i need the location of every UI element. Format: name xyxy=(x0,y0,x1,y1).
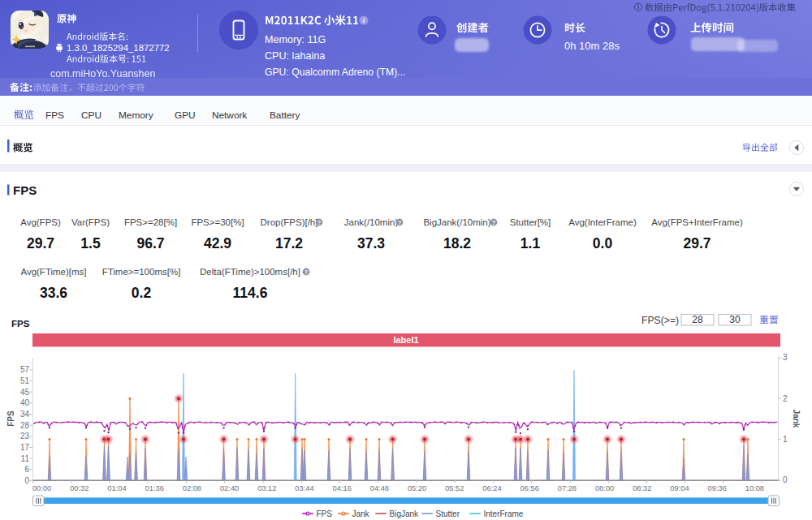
svg-text:06:56: 06:56 xyxy=(520,484,539,492)
svg-text:03:12: 03:12 xyxy=(257,484,276,492)
svg-text:01:36: 01:36 xyxy=(145,484,164,492)
svg-text:Battery: Battery xyxy=(270,110,300,121)
svg-text:0: 0 xyxy=(24,476,29,485)
svg-text:57: 57 xyxy=(20,365,30,374)
svg-text:45: 45 xyxy=(20,388,30,397)
svg-text:Memory: Memory xyxy=(119,110,153,121)
svg-text:29.7: 29.7 xyxy=(27,235,54,251)
svg-text:CPU: lahaina: CPU: lahaina xyxy=(265,50,325,62)
svg-text:Delta(FTime)>100ms[/h]: Delta(FTime)>100ms[/h] xyxy=(200,267,300,277)
svg-text:Stutter[%]: Stutter[%] xyxy=(510,217,551,227)
svg-text:FPS(>=): FPS(>=) xyxy=(641,315,679,326)
svg-text:04:16: 04:16 xyxy=(333,484,352,492)
svg-text:96.7: 96.7 xyxy=(136,235,164,251)
svg-text:0.2: 0.2 xyxy=(132,285,152,301)
svg-text:23: 23 xyxy=(20,432,30,440)
svg-text:FPS: FPS xyxy=(11,319,30,329)
svg-text:Memory: 11G: Memory: 11G xyxy=(265,34,326,45)
svg-text:29.7: 29.7 xyxy=(683,235,710,251)
svg-text:40: 40 xyxy=(20,398,30,407)
svg-text:08:32: 08:32 xyxy=(633,484,651,492)
svg-text:Jank(/10min): Jank(/10min) xyxy=(344,217,399,227)
svg-text:00:32: 00:32 xyxy=(70,484,89,492)
svg-text:Stutter: Stutter xyxy=(436,509,460,518)
svg-text:17: 17 xyxy=(20,443,30,452)
svg-text:Avg(InterFrame): Avg(InterFrame) xyxy=(568,217,637,227)
svg-text:Avg(FPS+InterFrame): Avg(FPS+InterFrame) xyxy=(651,217,743,227)
svg-text:28: 28 xyxy=(20,421,30,430)
svg-text:37.3: 37.3 xyxy=(357,235,385,251)
svg-text:Avg(FPS): Avg(FPS) xyxy=(20,217,61,227)
svg-text:1.5: 1.5 xyxy=(80,235,101,251)
svg-text:03:44: 03:44 xyxy=(295,484,313,492)
svg-text:6: 6 xyxy=(24,465,29,474)
svg-text:09:04: 09:04 xyxy=(670,484,689,492)
svg-text:33.6: 33.6 xyxy=(40,285,67,301)
svg-text:07:28: 07:28 xyxy=(558,484,577,492)
svg-text:30: 30 xyxy=(729,314,741,325)
svg-text:114.6: 114.6 xyxy=(233,285,268,301)
svg-text:0h 10m 28s: 0h 10m 28s xyxy=(564,40,620,52)
svg-text:11: 11 xyxy=(21,454,30,463)
svg-text:0: 0 xyxy=(783,475,788,484)
svg-text:00:00: 00:00 xyxy=(32,484,51,492)
svg-text:2: 2 xyxy=(783,394,788,403)
svg-text:02:08: 02:08 xyxy=(183,484,201,492)
svg-text:?: ? xyxy=(492,219,496,226)
svg-text:0.0: 0.0 xyxy=(593,235,613,251)
svg-text:FPS: FPS xyxy=(6,410,15,427)
svg-text:Network: Network xyxy=(212,110,247,121)
svg-text:label1: label1 xyxy=(393,335,418,345)
svg-text:51: 51 xyxy=(20,376,30,385)
svg-text:06:24: 06:24 xyxy=(482,484,501,492)
svg-text:InterFrame: InterFrame xyxy=(484,509,524,518)
svg-text:1.3.0_1825294_1872772: 1.3.0_1825294_1872772 xyxy=(67,43,170,53)
svg-text:FPS>=28[%]: FPS>=28[%] xyxy=(124,217,177,227)
svg-text:CPU: CPU xyxy=(81,110,102,121)
svg-text:FTime>=100ms[%]: FTime>=100ms[%] xyxy=(102,267,181,277)
svg-text:04:48: 04:48 xyxy=(370,484,389,492)
svg-text:17.2: 17.2 xyxy=(275,235,303,251)
svg-text:18.2: 18.2 xyxy=(443,235,471,251)
svg-text:1.1: 1.1 xyxy=(520,235,541,251)
svg-text:09:36: 09:36 xyxy=(708,484,727,492)
svg-text:?: ? xyxy=(398,219,402,226)
svg-text:FPS: FPS xyxy=(317,509,333,518)
svg-text:34: 34 xyxy=(20,410,30,419)
svg-text:FPS: FPS xyxy=(45,110,64,121)
svg-text:Jank: Jank xyxy=(352,509,370,518)
svg-text:02:40: 02:40 xyxy=(220,484,239,492)
svg-text:FPS>=30[%]: FPS>=30[%] xyxy=(191,217,244,227)
svg-text:?: ? xyxy=(317,219,322,226)
svg-text:BigJank: BigJank xyxy=(390,509,420,518)
svg-text:Var(FPS): Var(FPS) xyxy=(71,217,110,227)
svg-text:28: 28 xyxy=(692,314,703,325)
svg-text:com.miHoYo.Yuanshen: com.miHoYo.Yuanshen xyxy=(50,68,156,80)
svg-text:FPS: FPS xyxy=(13,183,37,197)
svg-text:01:04: 01:04 xyxy=(107,484,126,492)
svg-text:05:52: 05:52 xyxy=(445,484,464,492)
svg-text:1: 1 xyxy=(783,435,788,444)
svg-text:05:20: 05:20 xyxy=(408,484,426,492)
svg-text:10:08: 10:08 xyxy=(745,484,764,492)
svg-text:BigJank(/10min): BigJank(/10min) xyxy=(423,217,490,227)
svg-text:Jank: Jank xyxy=(792,410,801,428)
svg-text:GPU: Qualcomm Adreno (TM)...: GPU: Qualcomm Adreno (TM)... xyxy=(265,67,405,78)
svg-text:GPU: GPU xyxy=(175,110,196,121)
svg-text:?: ? xyxy=(304,269,309,276)
svg-text:08:00: 08:00 xyxy=(595,484,614,492)
svg-text:3: 3 xyxy=(783,353,788,362)
svg-text:Avg(FTime)[ms]: Avg(FTime)[ms] xyxy=(20,267,86,277)
svg-text:Drop(FPS)[/h]: Drop(FPS)[/h] xyxy=(261,217,318,227)
svg-text:42.9: 42.9 xyxy=(204,235,231,251)
